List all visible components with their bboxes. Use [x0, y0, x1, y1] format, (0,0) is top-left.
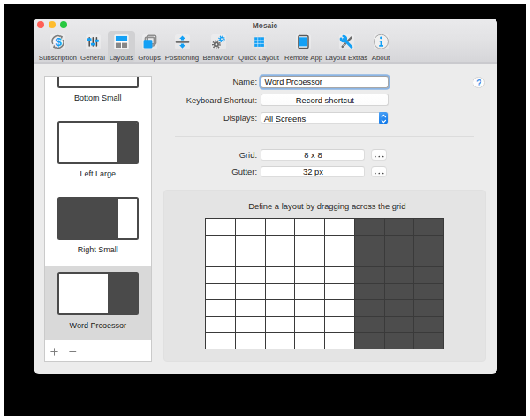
svg-text:$: $	[55, 36, 62, 49]
